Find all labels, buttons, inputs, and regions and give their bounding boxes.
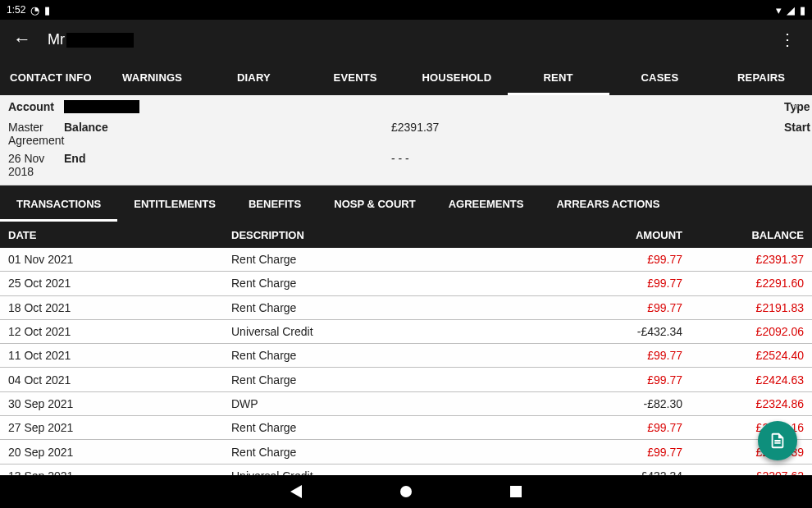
end-label: End	[64, 152, 391, 178]
cell-amount: £99.77	[535, 277, 682, 290]
cell-amount: £99.77	[535, 349, 682, 362]
table-row[interactable]: 30 Sep 2021DWP-£82.30£2324.86	[0, 392, 812, 416]
cell-description: Rent Charge	[231, 301, 535, 314]
sub-tabs: TRANSACTIONSENTITLEMENTSBENEFITSNOSP & C…	[0, 185, 812, 222]
start-label: Start	[784, 121, 804, 147]
notif-icon-2: ▮	[44, 5, 50, 16]
top-tab-household[interactable]: HOUSEHOLD	[406, 59, 508, 95]
back-button[interactable]: ←	[10, 25, 34, 53]
cell-date: 11 Oct 2021	[8, 349, 231, 362]
cell-description: Rent Charge	[231, 446, 535, 459]
cell-date: 18 Oct 2021	[8, 301, 231, 314]
cell-amount: £99.77	[535, 301, 682, 314]
cell-date: 25 Oct 2021	[8, 277, 231, 290]
account-label: Account	[8, 100, 64, 116]
fab-new-document-button[interactable]	[758, 421, 797, 460]
sub-tab-entitlements[interactable]: ENTITLEMENTS	[117, 185, 232, 222]
top-tab-diary[interactable]: DIARY	[203, 59, 305, 95]
table-row[interactable]: 12 Oct 2021Universal Credit-£432.34£2092…	[0, 320, 812, 344]
cell-balance: £2524.40	[682, 349, 804, 362]
top-tab-contact-info[interactable]: CONTACT INFO	[0, 59, 102, 95]
cell-balance: £2424.63	[682, 373, 804, 387]
cell-balance: £2291.60	[682, 277, 804, 290]
top-tab-warnings[interactable]: WARNINGS	[102, 59, 203, 95]
android-recent-button[interactable]	[510, 486, 522, 497]
cell-date: 27 Sep 2021	[8, 421, 231, 434]
account-dropdown-icon[interactable]: ▼	[791, 102, 801, 112]
cell-balance: £2092.06	[682, 325, 804, 338]
table-row[interactable]: 04 Oct 2021Rent Charge£99.77£2424.63	[0, 368, 812, 391]
wifi-icon: ▾	[776, 5, 782, 16]
cell-description: Rent Charge	[231, 373, 535, 387]
cell-date: 12 Oct 2021	[8, 325, 231, 338]
status-time: 1:52	[7, 4, 25, 16]
type-value: Master Agreement	[8, 121, 64, 147]
app-bar: ← Mr ⋮	[0, 20, 812, 59]
cell-description: Rent Charge	[231, 253, 535, 266]
col-header-balance: BALANCE	[682, 229, 804, 241]
signal-icon: ◢	[787, 5, 795, 16]
table-row[interactable]: 01 Nov 2021Rent Charge£99.77£2391.37	[0, 248, 812, 272]
redacted-name	[66, 33, 134, 48]
col-header-date: DATE	[8, 229, 231, 241]
start-value: 26 Nov 2018	[8, 152, 64, 178]
cell-balance: £2324.86	[682, 397, 804, 410]
status-bar: 1:52 ◔ ▮ ▾ ◢ ▮	[0, 0, 812, 20]
table-row[interactable]: 25 Oct 2021Rent Charge£99.77£2291.60	[0, 272, 812, 295]
cell-date: 04 Oct 2021	[8, 373, 231, 387]
cell-description: DWP	[231, 397, 535, 410]
notif-icon: ◔	[30, 5, 39, 16]
cell-date: 01 Nov 2021	[8, 253, 231, 266]
cell-amount: £99.77	[535, 421, 682, 434]
cell-amount: -£432.34	[535, 325, 682, 338]
cell-date: 20 Sep 2021	[8, 446, 231, 459]
col-header-amount: AMOUNT	[535, 229, 682, 241]
sub-tab-nosp-court[interactable]: NOSP & COURT	[317, 185, 431, 222]
account-value	[64, 100, 391, 116]
transactions-table: 01 Nov 2021Rent Charge£99.77£2391.3725 O…	[0, 248, 812, 508]
sub-tab-agreements[interactable]: AGREEMENTS	[432, 185, 541, 222]
cell-description: Rent Charge	[231, 349, 535, 362]
battery-icon: ▮	[800, 5, 805, 16]
top-tab-events[interactable]: EVENTS	[304, 59, 406, 95]
cell-description: Rent Charge	[231, 277, 535, 290]
sub-tab-benefits[interactable]: BENEFITS	[232, 185, 317, 222]
col-header-desc: DESCRIPTION	[231, 229, 535, 241]
table-row[interactable]: 20 Sep 2021Rent Charge£99.77£2307.39	[0, 440, 812, 464]
table-row[interactable]: 11 Oct 2021Rent Charge£99.77£2524.40	[0, 344, 812, 368]
page-title: Mr	[48, 31, 134, 48]
cell-date: 30 Sep 2021	[8, 397, 231, 410]
table-row[interactable]: 18 Oct 2021Rent Charge£99.77£2191.83	[0, 296, 812, 320]
android-home-button[interactable]	[400, 486, 412, 497]
overflow-menu-button[interactable]: ⋮	[773, 26, 802, 53]
document-icon	[769, 432, 787, 450]
cell-description: Universal Credit	[231, 325, 535, 338]
android-back-button[interactable]	[290, 485, 302, 498]
table-header: DATE DESCRIPTION AMOUNT BALANCE	[0, 222, 812, 248]
sub-tab-arrears-actions[interactable]: ARREARS ACTIONS	[540, 185, 676, 222]
sub-tab-transactions[interactable]: TRANSACTIONS	[0, 185, 117, 222]
top-tabs: CONTACT INFOWARNINGSDIARYEVENTSHOUSEHOLD…	[0, 59, 812, 95]
top-tab-repairs[interactable]: REPAIRS	[710, 59, 812, 95]
cell-balance: £2391.37	[682, 253, 804, 266]
account-summary-panel: Account ▼ Type Master Agreement Balance …	[0, 95, 812, 185]
cell-balance: £2191.83	[682, 301, 804, 314]
cell-description: Rent Charge	[231, 421, 535, 434]
android-nav-bar	[0, 475, 812, 508]
cell-amount: £99.77	[535, 446, 682, 459]
table-row[interactable]: 27 Sep 2021Rent Charge£99.77£2407.16	[0, 416, 812, 440]
top-tab-cases[interactable]: CASES	[609, 59, 711, 95]
end-value: - - -	[391, 152, 457, 178]
top-tab-rent[interactable]: RENT	[508, 59, 609, 95]
cell-amount: £99.77	[535, 253, 682, 266]
cell-amount: -£82.30	[535, 397, 682, 410]
balance-label: Balance	[64, 121, 391, 147]
cell-amount: £99.77	[535, 373, 682, 387]
balance-value: £2391.37	[391, 121, 457, 147]
